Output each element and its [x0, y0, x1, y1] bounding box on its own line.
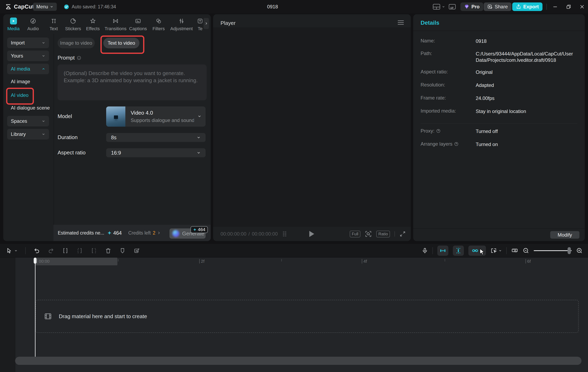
estimated-credits-value: 464 [113, 230, 122, 236]
mask-icon[interactable] [119, 247, 126, 254]
detail-row-imported-media: Imported media: Stay in original locatio… [420, 108, 579, 114]
layout-switch-icon[interactable] [433, 0, 440, 13]
fit-timeline-icon[interactable] [511, 247, 518, 254]
aspect-ratio-select[interactable]: 16:9 [106, 148, 206, 157]
player-menu-icon[interactable] [398, 20, 404, 25]
annotation-box-ai-video [6, 88, 34, 105]
redo-icon[interactable] [48, 247, 54, 254]
player-viewport [213, 27, 411, 227]
select-cursor-icon[interactable] [6, 247, 18, 254]
pro-button[interactable]: Pro [460, 2, 483, 11]
timecode-current: 00:00:00:00 [220, 231, 246, 237]
ruler-mark: 6f [525, 259, 531, 263]
microphone-icon[interactable] [422, 247, 428, 254]
ratio-button[interactable]: Ratio [376, 231, 390, 237]
timeline-dropzone[interactable]: Drag material here and start to create [35, 300, 579, 333]
model-select[interactable]: Video 4.0 Supports dialogue and sound ..… [106, 106, 206, 127]
layout-chevron-icon[interactable] [442, 0, 445, 13]
timeline-horizontal-scrollbar[interactable] [15, 357, 581, 365]
zoom-out-icon[interactable] [523, 247, 529, 254]
split-icon[interactable] [62, 247, 69, 254]
player-title: Player [220, 20, 236, 26]
delete-left-icon[interactable] [76, 247, 83, 254]
delete-right-icon[interactable] [91, 247, 97, 254]
menu-button[interactable]: Menu [33, 3, 57, 11]
text-icon [51, 18, 57, 24]
playhead-handle[interactable] [34, 258, 37, 264]
sidebar-item-ai-media[interactable]: AI media [7, 64, 49, 74]
chevron-right-icon[interactable] [157, 231, 161, 235]
zoom-slider-handle[interactable] [567, 247, 571, 254]
restore-button[interactable] [565, 0, 572, 13]
menu-button-wrap: Menu [33, 0, 57, 13]
modify-button[interactable]: Modify [550, 231, 579, 239]
tab-overflow-button[interactable] [204, 18, 209, 29]
details-title: Details [420, 20, 439, 26]
undo-icon[interactable] [33, 247, 40, 254]
film-icon [44, 312, 52, 320]
snap-toggle-icon[interactable] [437, 246, 448, 256]
timeline-area[interactable]: 00:00 2f 4f 6f Drag material here and st… [0, 257, 588, 372]
frame-preview-icon[interactable] [282, 231, 289, 237]
export-button-wrap: Export [512, 0, 543, 13]
share-label: Share [495, 4, 508, 10]
generator-footer: Estimated credits ne... 464 Credits left… [53, 225, 211, 241]
minimize-button[interactable] [552, 0, 559, 13]
playhead-line[interactable] [35, 258, 35, 357]
overlay-ai-icon[interactable] [134, 247, 140, 254]
controls-divider [394, 231, 395, 237]
sidebar-item-import[interactable]: Import [7, 38, 49, 48]
credits-left-label[interactable]: Credits left [128, 230, 151, 236]
transitions-icon [113, 18, 119, 24]
tab-effects[interactable]: Effects [81, 18, 105, 31]
credits-left-value[interactable]: 2 [153, 230, 155, 236]
export-button[interactable]: Export [512, 2, 543, 11]
sidebar-item-ai-image[interactable]: AI image [11, 77, 30, 86]
help-icon[interactable] [454, 142, 459, 146]
player-panel: Player 00:00:00:00 / 00:00:00:00 Full Ra… [213, 14, 411, 241]
delete-icon[interactable] [105, 247, 112, 254]
ruler-tick [118, 259, 118, 261]
cursor-mode-icon[interactable] [490, 247, 502, 254]
panel-toggle-icon[interactable] [449, 0, 456, 13]
generate-cost-badge: 464 [190, 226, 208, 233]
fullscreen-icon[interactable] [399, 231, 406, 237]
sidebar-item-library[interactable]: Library [7, 129, 49, 140]
detail-row-name: Name: 0918 [420, 38, 579, 44]
mode-tab-image-to-video[interactable]: Image to video [58, 38, 95, 48]
sidebar-content-divider [53, 34, 54, 225]
generate-badge-value: 464 [198, 227, 205, 232]
tab-transitions[interactable]: Transitions [103, 18, 128, 31]
details-footer-divider [413, 228, 585, 229]
adjustment-icon [178, 18, 185, 24]
prompt-input[interactable] [58, 64, 207, 100]
close-button[interactable] [579, 0, 586, 13]
export-label: Export [523, 4, 539, 10]
duration-label: Duration [58, 134, 78, 141]
autosave-check-icon [64, 4, 69, 10]
tab-filters[interactable]: Filters [146, 18, 171, 31]
pro-gem-icon [464, 4, 469, 9]
audio-icon [30, 18, 36, 24]
sidebar-item-yours[interactable]: Yours [7, 50, 49, 61]
export-icon [516, 4, 521, 9]
info-icon[interactable] [77, 56, 81, 60]
sidebar-item-ai-dialogue-scene[interactable]: AI dialogue scene [11, 103, 50, 112]
share-button[interactable]: Share [484, 2, 511, 11]
zoom-in-icon[interactable] [576, 247, 583, 254]
timeline-zoom-slider[interactable] [534, 247, 572, 254]
duration-select[interactable]: 8s [106, 133, 206, 142]
mouse-cursor [479, 248, 485, 256]
tab-templates-clipped[interactable]: Te [188, 18, 203, 31]
preview-zoom-icon[interactable] [365, 231, 372, 237]
chevron-down-icon [42, 41, 45, 45]
toolbar-divider [25, 247, 26, 254]
chevron-down-icon [42, 54, 45, 58]
play-button[interactable] [309, 231, 314, 237]
preview-axis-toggle-icon[interactable] [453, 246, 464, 256]
full-quality-button[interactable]: Full [350, 231, 360, 237]
ruler-mark: 00:00 [37, 259, 50, 263]
help-icon[interactable] [436, 129, 441, 133]
menu-label: Menu [36, 4, 48, 10]
sidebar-item-spaces[interactable]: Spaces [7, 116, 49, 126]
